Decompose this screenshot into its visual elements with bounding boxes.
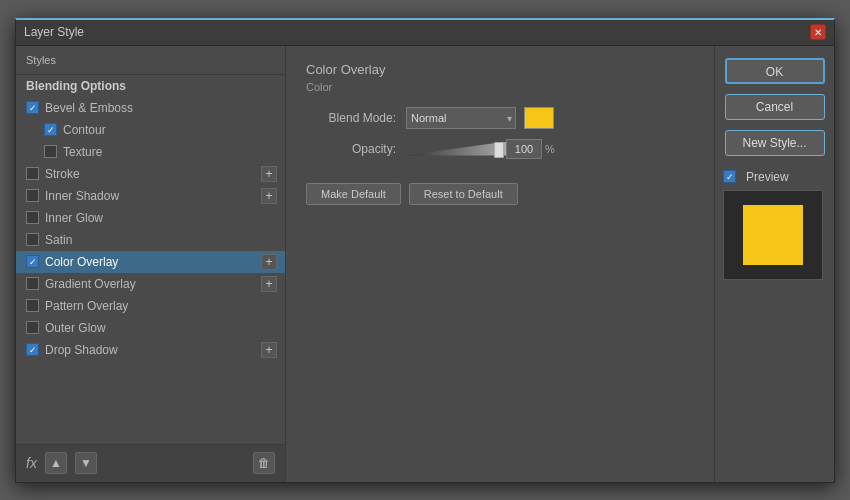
preview-square [743,205,803,265]
satin-label: Satin [45,233,72,247]
make-default-button[interactable]: Make Default [306,183,401,205]
preview-label: Preview [746,170,789,184]
preview-label-row: Preview [723,170,789,184]
opacity-label: Opacity: [306,142,396,156]
sidebar-item-gradient-overlay[interactable]: Gradient Overlay + [16,273,285,295]
sidebar-item-outer-glow[interactable]: Outer Glow [16,317,285,339]
preview-section: Preview [723,170,826,280]
sidebar-item-color-overlay[interactable]: Color Overlay + [16,251,285,273]
cancel-button[interactable]: Cancel [725,94,825,120]
center-panel: Color Overlay Color Blend Mode: Normal D… [286,46,714,482]
new-style-button[interactable]: New Style... [725,130,825,156]
dialog-title: Layer Style [24,25,84,39]
blend-mode-select-wrapper[interactable]: Normal Dissolve Multiply Screen Overlay [406,107,516,129]
blending-options-label: Blending Options [26,79,126,93]
color-swatch[interactable] [524,107,554,129]
sidebar-item-contour[interactable]: Contour [16,119,285,141]
blend-mode-label: Blend Mode: [306,111,396,125]
stroke-plus-button[interactable]: + [261,166,277,182]
sidebar-item-inner-shadow[interactable]: Inner Shadow + [16,185,285,207]
pattern-overlay-checkbox[interactable] [26,299,39,312]
panel-title: Color Overlay [306,62,694,77]
pattern-overlay-label: Pattern Overlay [45,299,128,313]
opacity-percent: % [545,143,555,155]
layer-style-dialog: Layer Style ✕ Styles Blending Options Be… [15,18,835,483]
sidebar-item-blending-options[interactable]: Blending Options [16,75,285,97]
sidebar-item-pattern-overlay[interactable]: Pattern Overlay [16,295,285,317]
close-button[interactable]: ✕ [810,24,826,40]
move-up-button[interactable]: ▲ [45,452,67,474]
opacity-slider[interactable] [406,142,506,156]
left-panel: Styles Blending Options Bevel & Emboss C… [16,46,286,482]
left-panel-footer: fx ▲ ▼ 🗑 [16,444,285,482]
slider-track-inner [406,142,506,156]
preview-canvas [723,190,823,280]
texture-checkbox[interactable] [44,145,57,158]
inner-glow-label: Inner Glow [45,211,103,225]
action-buttons-row: Make Default Reset to Default [306,183,694,205]
preview-checkbox[interactable] [723,170,736,183]
stroke-checkbox[interactable] [26,167,39,180]
blend-mode-row: Blend Mode: Normal Dissolve Multiply Scr… [306,107,694,129]
contour-checkbox[interactable] [44,123,57,136]
sidebar-item-bevel-emboss[interactable]: Bevel & Emboss [16,97,285,119]
inner-shadow-plus-button[interactable]: + [261,188,277,204]
inner-shadow-label: Inner Shadow [45,189,119,203]
move-down-button[interactable]: ▼ [75,452,97,474]
blend-mode-select[interactable]: Normal Dissolve Multiply Screen Overlay [406,107,516,129]
contour-label: Contour [63,123,106,137]
opacity-input[interactable] [506,139,542,159]
bevel-emboss-label: Bevel & Emboss [45,101,133,115]
sidebar-item-texture[interactable]: Texture [16,141,285,163]
color-overlay-checkbox[interactable] [26,255,39,268]
slider-thumb [494,142,504,158]
color-overlay-label: Color Overlay [45,255,118,269]
satin-checkbox[interactable] [26,233,39,246]
stroke-label: Stroke [45,167,80,181]
title-bar: Layer Style ✕ [16,20,834,46]
opacity-display: % [506,139,555,159]
fx-button[interactable]: fx [26,455,37,471]
ok-button[interactable]: OK [725,58,825,84]
left-panel-header: Styles [16,46,285,75]
outer-glow-checkbox[interactable] [26,321,39,334]
sidebar-item-stroke[interactable]: Stroke + [16,163,285,185]
texture-label: Texture [63,145,102,159]
inner-shadow-checkbox[interactable] [26,189,39,202]
reset-to-default-button[interactable]: Reset to Default [409,183,518,205]
sidebar-item-inner-glow[interactable]: Inner Glow [16,207,285,229]
gradient-overlay-label: Gradient Overlay [45,277,136,291]
color-overlay-plus-button[interactable]: + [261,254,277,270]
inner-glow-checkbox[interactable] [26,211,39,224]
drop-shadow-plus-button[interactable]: + [261,342,277,358]
drop-shadow-checkbox[interactable] [26,343,39,356]
opacity-row: Opacity: % [306,139,694,159]
right-panel: OK Cancel New Style... Preview [714,46,834,482]
delete-button[interactable]: 🗑 [253,452,275,474]
panel-subtitle: Color [306,81,694,93]
drop-shadow-label: Drop Shadow [45,343,118,357]
triangle-gradient [406,142,506,156]
left-panel-list: Blending Options Bevel & Emboss Contour … [16,75,285,444]
dialog-body: Styles Blending Options Bevel & Emboss C… [16,46,834,482]
outer-glow-label: Outer Glow [45,321,106,335]
gradient-overlay-checkbox[interactable] [26,277,39,290]
sidebar-item-satin[interactable]: Satin [16,229,285,251]
sidebar-item-drop-shadow[interactable]: Drop Shadow + [16,339,285,361]
bevel-emboss-checkbox[interactable] [26,101,39,114]
gradient-overlay-plus-button[interactable]: + [261,276,277,292]
